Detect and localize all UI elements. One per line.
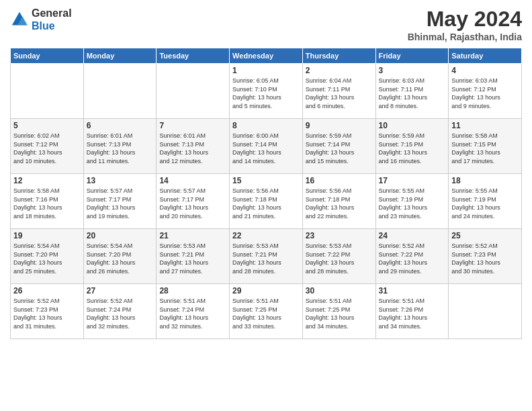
cell-info-text: Sunrise: 6:03 AM Sunset: 7:12 PM Dayligh… [451,77,519,110]
cell-w5-d6: 31Sunrise: 5:51 AM Sunset: 7:26 PM Dayli… [375,284,449,339]
cell-w1-d3 [157,64,230,119]
cell-w2-d3: 7Sunrise: 6:01 AM Sunset: 7:13 PM Daylig… [157,119,230,174]
cell-w2-d2: 6Sunrise: 6:01 AM Sunset: 7:13 PM Daylig… [83,119,157,174]
cell-w3-d3: 14Sunrise: 5:57 AM Sunset: 7:17 PM Dayli… [157,174,230,229]
cell-w5-d4: 29Sunrise: 5:51 AM Sunset: 7:25 PM Dayli… [230,284,303,339]
cell-info-text: Sunrise: 5:59 AM Sunset: 7:14 PM Dayligh… [306,132,373,165]
header: General Blue May 2024 Bhinmal, Rajasthan… [10,7,522,42]
day-number: 3 [379,66,446,75]
cell-w3-d6: 17Sunrise: 5:55 AM Sunset: 7:19 PM Dayli… [375,174,449,229]
cell-info-text: Sunrise: 6:01 AM Sunset: 7:13 PM Dayligh… [87,132,154,165]
cell-info-text: Sunrise: 6:05 AM Sunset: 7:10 PM Dayligh… [232,77,300,110]
cell-w5-d5: 30Sunrise: 5:51 AM Sunset: 7:25 PM Dayli… [302,284,375,339]
cell-w1-d1 [11,64,84,119]
days-header-row: Sunday Monday Tuesday Wednesday Thursday… [11,48,522,64]
cell-info-text: Sunrise: 5:55 AM Sunset: 7:19 PM Dayligh… [379,187,446,220]
logo-blue-text: Blue [32,20,55,32]
cell-info-text: Sunrise: 5:53 AM Sunset: 7:21 PM Dayligh… [232,242,300,275]
cell-info-text: Sunrise: 5:58 AM Sunset: 7:15 PM Dayligh… [451,132,519,165]
week-row-5: 26Sunrise: 5:52 AM Sunset: 7:23 PM Dayli… [11,284,522,339]
week-row-2: 5Sunrise: 6:02 AM Sunset: 7:12 PM Daylig… [11,119,522,174]
cell-info-text: Sunrise: 6:03 AM Sunset: 7:11 PM Dayligh… [379,77,446,110]
cell-info-text: Sunrise: 5:51 AM Sunset: 7:25 PM Dayligh… [306,297,373,330]
day-number: 9 [306,121,373,130]
cell-info-text: Sunrise: 5:56 AM Sunset: 7:18 PM Dayligh… [306,187,373,220]
calendar-table: Sunday Monday Tuesday Wednesday Thursday… [10,48,522,339]
cell-info-text: Sunrise: 5:52 AM Sunset: 7:23 PM Dayligh… [13,297,81,330]
cell-w3-d4: 15Sunrise: 5:56 AM Sunset: 7:18 PM Dayli… [230,174,303,229]
day-number: 15 [232,176,300,185]
cell-w2-d1: 5Sunrise: 6:02 AM Sunset: 7:12 PM Daylig… [11,119,84,174]
cell-w5-d3: 28Sunrise: 5:51 AM Sunset: 7:24 PM Dayli… [157,284,230,339]
day-number: 27 [87,286,154,295]
day-number: 17 [379,176,446,185]
cell-w2-d4: 8Sunrise: 6:00 AM Sunset: 7:14 PM Daylig… [230,119,303,174]
cell-w1-d2 [83,64,157,119]
cell-info-text: Sunrise: 5:51 AM Sunset: 7:26 PM Dayligh… [379,297,446,330]
week-row-3: 12Sunrise: 5:58 AM Sunset: 7:16 PM Dayli… [11,174,522,229]
cell-w4-d7: 25Sunrise: 5:52 AM Sunset: 7:23 PM Dayli… [449,229,522,284]
cell-w4-d4: 22Sunrise: 5:53 AM Sunset: 7:21 PM Dayli… [230,229,303,284]
cell-w1-d6: 3Sunrise: 6:03 AM Sunset: 7:11 PM Daylig… [375,64,449,119]
day-number: 19 [13,231,81,240]
cell-info-text: Sunrise: 6:01 AM Sunset: 7:13 PM Dayligh… [159,132,226,165]
header-saturday: Saturday [449,48,522,64]
cell-w1-d5: 2Sunrise: 6:04 AM Sunset: 7:11 PM Daylig… [302,64,375,119]
week-row-4: 19Sunrise: 5:54 AM Sunset: 7:20 PM Dayli… [11,229,522,284]
day-number: 13 [87,176,154,185]
cell-info-text: Sunrise: 5:52 AM Sunset: 7:23 PM Dayligh… [451,242,519,275]
cell-info-text: Sunrise: 5:55 AM Sunset: 7:19 PM Dayligh… [451,187,519,220]
cell-info-text: Sunrise: 5:51 AM Sunset: 7:24 PM Dayligh… [159,297,226,330]
cell-w1-d7: 4Sunrise: 6:03 AM Sunset: 7:12 PM Daylig… [449,64,522,119]
cell-info-text: Sunrise: 6:00 AM Sunset: 7:14 PM Dayligh… [232,132,300,165]
day-number: 12 [13,176,81,185]
cell-info-text: Sunrise: 6:02 AM Sunset: 7:12 PM Dayligh… [13,132,81,165]
cell-info-text: Sunrise: 5:53 AM Sunset: 7:21 PM Dayligh… [159,242,226,275]
cell-info-text: Sunrise: 5:52 AM Sunset: 7:24 PM Dayligh… [87,297,154,330]
header-sunday: Sunday [11,48,84,64]
cell-info-text: Sunrise: 5:57 AM Sunset: 7:17 PM Dayligh… [87,187,154,220]
day-number: 24 [379,231,446,240]
day-number: 6 [87,121,154,130]
cell-info-text: Sunrise: 5:56 AM Sunset: 7:18 PM Dayligh… [232,187,300,220]
day-number: 16 [306,176,373,185]
day-number: 14 [159,176,226,185]
cell-w4-d5: 23Sunrise: 5:53 AM Sunset: 7:22 PM Dayli… [302,229,375,284]
cell-w3-d2: 13Sunrise: 5:57 AM Sunset: 7:17 PM Dayli… [83,174,157,229]
day-number: 31 [379,286,446,295]
cell-w2-d6: 10Sunrise: 5:59 AM Sunset: 7:15 PM Dayli… [375,119,449,174]
day-number: 2 [306,66,373,75]
day-number: 28 [159,286,226,295]
cell-w3-d5: 16Sunrise: 5:56 AM Sunset: 7:18 PM Dayli… [302,174,375,229]
day-number: 25 [451,231,519,240]
day-number: 30 [306,286,373,295]
week-row-1: 1Sunrise: 6:05 AM Sunset: 7:10 PM Daylig… [11,64,522,119]
header-monday: Monday [83,48,157,64]
day-number: 22 [232,231,300,240]
header-thursday: Thursday [302,48,375,64]
day-number: 10 [379,121,446,130]
cell-w4-d3: 21Sunrise: 5:53 AM Sunset: 7:21 PM Dayli… [157,229,230,284]
cell-info-text: Sunrise: 5:52 AM Sunset: 7:22 PM Dayligh… [379,242,446,275]
month-year-title: May 2024 [408,7,522,32]
day-number: 11 [451,121,519,130]
cell-w4-d2: 20Sunrise: 5:54 AM Sunset: 7:20 PM Dayli… [83,229,157,284]
cell-w5-d2: 27Sunrise: 5:52 AM Sunset: 7:24 PM Dayli… [83,284,157,339]
header-friday: Friday [375,48,449,64]
logo-general-text: General [32,7,72,19]
day-number: 23 [306,231,373,240]
day-number: 20 [87,231,154,240]
cell-w2-d5: 9Sunrise: 5:59 AM Sunset: 7:14 PM Daylig… [302,119,375,174]
day-number: 18 [451,176,519,185]
cell-w3-d7: 18Sunrise: 5:55 AM Sunset: 7:19 PM Dayli… [449,174,522,229]
cell-info-text: Sunrise: 5:58 AM Sunset: 7:16 PM Dayligh… [13,187,81,220]
cell-info-text: Sunrise: 5:54 AM Sunset: 7:20 PM Dayligh… [87,242,154,275]
cell-info-text: Sunrise: 5:51 AM Sunset: 7:25 PM Dayligh… [232,297,300,330]
day-number: 29 [232,286,300,295]
cell-w5-d7 [449,284,522,339]
page: General Blue May 2024 Bhinmal, Rajasthan… [0,0,532,411]
day-number: 7 [159,121,226,130]
day-number: 4 [451,66,519,75]
cell-info-text: Sunrise: 5:59 AM Sunset: 7:15 PM Dayligh… [379,132,446,165]
cell-w4-d1: 19Sunrise: 5:54 AM Sunset: 7:20 PM Dayli… [11,229,84,284]
